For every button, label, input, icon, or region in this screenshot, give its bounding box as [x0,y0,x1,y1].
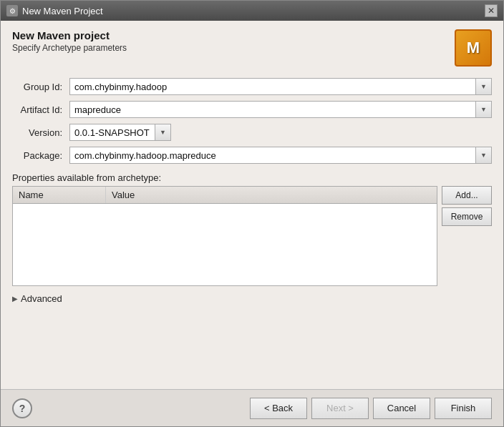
version-dropdown[interactable]: ▼ [155,124,171,141]
version-select-wrapper: ▼ [69,124,171,141]
group-id-row: Group Id: ▼ [12,78,492,95]
package-row: Package: ▼ [12,147,492,164]
group-id-input-wrapper: ▼ [69,78,492,95]
artifact-id-row: Artifact Id: ▼ [12,101,492,118]
title-bar-left: ⚙ New Maven Project [6,5,103,16]
close-button[interactable]: ✕ [485,4,498,17]
next-button[interactable]: Next > [311,398,369,419]
header-section: New Maven project Specify Archetype para… [12,29,492,67]
advanced-arrow-icon: ▶ [12,295,18,303]
cancel-button[interactable]: Cancel [373,398,430,419]
advanced-label: Advanced [21,293,62,304]
maven-icon: M [455,29,492,67]
table-body [13,204,437,285]
button-bar-left: ? [12,398,32,418]
version-input[interactable] [69,124,155,141]
package-label: Package: [12,150,69,161]
properties-label: Properties available from archetype: [12,172,492,183]
window-icon: ⚙ [6,5,18,16]
add-button[interactable]: Add... [442,186,492,205]
advanced-section[interactable]: ▶ Advanced [12,293,492,304]
artifact-id-dropdown[interactable]: ▼ [476,101,492,118]
spacer [12,304,492,381]
properties-table: Name Value [12,186,437,286]
artifact-id-input-wrapper: ▼ [69,101,492,118]
properties-area: Name Value Add... Remove [12,186,492,286]
finish-button[interactable]: Finish [435,398,492,419]
package-input-wrapper: ▼ [69,147,492,164]
group-id-input[interactable] [69,78,476,95]
window-title: New Maven Project [22,6,103,16]
remove-button[interactable]: Remove [442,207,492,226]
name-column-header: Name [13,187,106,203]
table-buttons: Add... Remove [442,186,492,286]
table-header: Name Value [13,187,437,204]
value-column-header: Value [106,187,437,203]
artifact-id-input[interactable] [69,101,476,118]
version-label: Version: [12,127,69,138]
button-bar-right: < Back Next > Cancel Finish [250,398,492,419]
artifact-id-label: Artifact Id: [12,104,69,115]
form-grid: Group Id: ▼ Artifact Id: ▼ Version: [12,78,492,164]
version-row: Version: ▼ [12,124,492,141]
group-id-dropdown[interactable]: ▼ [476,78,492,95]
title-bar: ⚙ New Maven Project ✕ [1,1,503,21]
help-button[interactable]: ? [12,398,32,418]
button-bar: ? < Back Next > Cancel Finish [1,389,503,426]
package-input[interactable] [69,147,476,164]
page-subtitle: Specify Archetype parameters [12,43,127,53]
header-text: New Maven project Specify Archetype para… [12,29,127,53]
package-dropdown[interactable]: ▼ [476,147,492,164]
content-area: New Maven project Specify Archetype para… [1,21,503,389]
page-title: New Maven project [12,29,127,41]
main-window: ⚙ New Maven Project ✕ New Maven project … [0,0,504,427]
group-id-label: Group Id: [12,82,69,92]
back-button[interactable]: < Back [250,398,307,419]
